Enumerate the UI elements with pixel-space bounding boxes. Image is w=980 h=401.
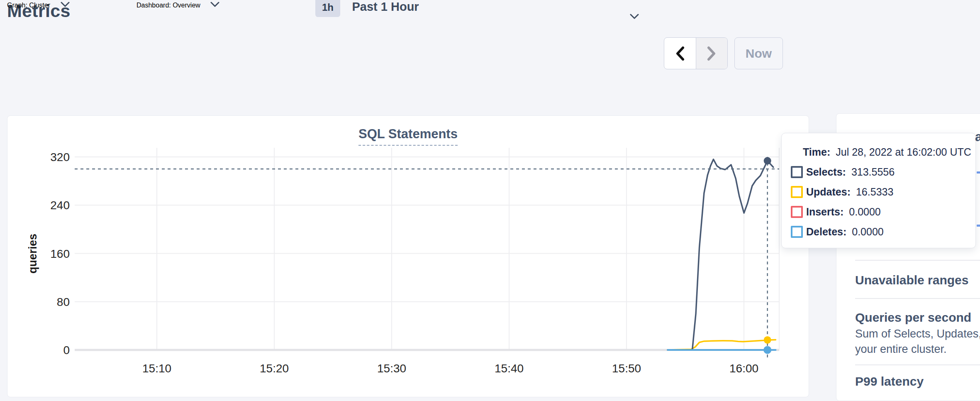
dashboard-dropdown-label: Dashboard: Overview [137, 2, 200, 9]
tooltip-series-value: 0.0000 [849, 206, 880, 218]
tooltip-series-value: 0.0000 [852, 226, 883, 238]
time-range-label: Past 1 Hour [352, 0, 419, 13]
updates-legend-swatch [791, 186, 803, 198]
sidebar-divider [855, 364, 980, 365]
tooltip-series-row: Inserts: 0.0000 [791, 202, 975, 222]
sql-statements-chart-card: SQL Statements [7, 115, 809, 397]
sidebar-heading-unavailable-ranges: Unavailable ranges [855, 273, 968, 287]
chart-title-link[interactable]: SQL Statements [358, 127, 458, 146]
time-range-badge: 1h [315, 0, 340, 17]
tooltip-time-value: Jul 28, 2022 at 16:02:00 UTC [836, 146, 971, 158]
tooltip-series-value: 313.5556 [851, 166, 895, 178]
chevron-right-icon [707, 46, 717, 61]
tooltip-time-label: Time: [803, 146, 830, 158]
tooltip-series-value: 16.5333 [856, 186, 893, 198]
chart-title-wrap: SQL Statements [7, 127, 809, 146]
graph-scope-dropdown-label: Graph: Cluster [7, 2, 50, 9]
sidebar-divider [855, 260, 980, 261]
selects-legend-swatch [791, 166, 803, 178]
sidebar-heading-queries-per-second: Queries per second [855, 311, 971, 325]
sidebar-clipped-text: a [975, 130, 980, 144]
tooltip-time-row: Time: Jul 28, 2022 at 16:02:00 UTC [803, 142, 975, 162]
tooltip-series-label: Selects: [806, 166, 846, 178]
sidebar-heading-p99-latency: P99 latency [855, 374, 924, 389]
dashboard-dropdown[interactable]: Dashboard: Overview [137, 0, 292, 9]
next-time-window-button[interactable] [696, 38, 728, 69]
deletes-legend-swatch [791, 226, 803, 238]
chart-hover-tooltip: Time: Jul 28, 2022 at 16:02:00 UTC Selec… [781, 133, 976, 248]
sidebar-description-line: Sum of Selects, Updates, Inser [855, 328, 980, 340]
chevron-down-icon [61, 2, 70, 7]
tooltip-series-label: Inserts: [806, 206, 843, 218]
previous-time-window-button[interactable] [664, 38, 696, 69]
inserts-legend-swatch [791, 206, 803, 218]
tooltip-series-row: Deletes: 0.0000 [791, 222, 975, 242]
clipped-link-underline-fragment [977, 225, 980, 227]
tooltip-series-row: Updates: 16.5333 [791, 182, 975, 202]
chevron-down-icon [210, 2, 219, 7]
chevron-left-icon [675, 46, 685, 61]
graph-scope-dropdown[interactable]: Graph: Cluster [7, 0, 125, 9]
now-button[interactable]: Now [734, 37, 783, 69]
sidebar-description-line: your entire cluster. [855, 343, 947, 356]
tooltip-series-label: Deletes: [806, 226, 846, 238]
time-window-nav [664, 37, 728, 69]
clipped-link-underline-fragment [977, 171, 980, 174]
tooltip-series-label: Updates: [806, 186, 851, 198]
sidebar-divider [855, 298, 980, 299]
time-range-dropdown[interactable]: 1h Past 1 Hour [302, 0, 651, 14]
chevron-down-icon [630, 14, 639, 20]
tooltip-series-row: Selects: 313.5556 [791, 162, 975, 182]
